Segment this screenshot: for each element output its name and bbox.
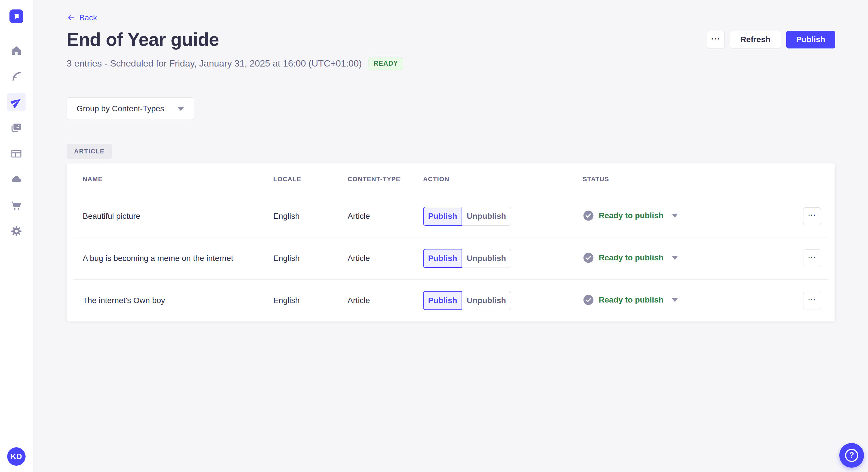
entry-locale: English [273,212,348,221]
chevron-down-icon [672,256,678,260]
entry-status-label: Ready to publish [599,211,663,220]
sidebar: KD [0,0,33,472]
sidebar-item-releases[interactable] [7,93,26,111]
publish-toggle-button[interactable]: Publish [423,249,462,268]
row-menu-button[interactable]: ⋯ [803,207,821,225]
column-header-name: NAME [73,175,273,183]
back-label: Back [79,13,97,22]
unpublish-toggle-button[interactable]: Unpublish [462,249,511,268]
table-row: A bug is becoming a meme on the internet… [73,237,828,279]
back-link[interactable]: Back [67,13,97,22]
more-icon: ⋯ [808,210,816,220]
entry-name: The internet's Own boy [73,296,273,305]
entries-table: NAME LOCALE CONTENT-TYPE ACTION STATUS B… [67,164,835,322]
entry-status-label: Ready to publish [599,253,663,262]
group-by-label: Group by Content-Types [76,104,164,113]
table-row: The internet's Own boy English Article P… [73,279,828,322]
header-row: End of Year guide ⋯ Refresh Publish [67,29,835,50]
question-icon: ? [845,449,858,462]
publish-toggle-button[interactable]: Publish [423,207,462,226]
sidebar-nav [7,41,26,240]
media-icon [11,122,22,134]
strapi-logo-icon [11,11,21,21]
check-circle-icon [583,252,594,264]
column-header-status: STATUS [583,175,797,183]
table-header-row: NAME LOCALE CONTENT-TYPE ACTION STATUS [73,164,828,195]
chevron-down-icon [672,298,678,302]
paper-plane-icon [11,96,22,108]
more-options-button[interactable]: ⋯ [707,31,725,48]
check-circle-icon [583,210,594,222]
column-header-locale: LOCALE [273,175,348,183]
entry-name: Beautiful picture [73,212,273,221]
home-icon [11,45,22,56]
entry-status[interactable]: Ready to publish [583,252,678,264]
entry-locale: English [273,296,348,305]
more-icon: ⋯ [711,33,721,44]
action-toggle: Publish Unpublish [423,249,511,268]
entry-content-type: Article [348,212,423,221]
sidebar-footer: KD [0,440,33,472]
group-by-select[interactable]: Group by Content-Types [67,98,194,120]
cart-icon [11,200,22,211]
chevron-down-icon [177,107,184,111]
row-menu-button[interactable]: ⋯ [803,249,821,267]
entry-status[interactable]: Ready to publish [583,294,678,306]
header-actions: ⋯ Refresh Publish [707,31,835,48]
sidebar-item-home[interactable] [7,41,26,60]
refresh-button[interactable]: Refresh [730,31,781,48]
chevron-down-icon [672,214,678,217]
entry-locale: English [273,254,348,263]
avatar[interactable]: KD [7,447,26,466]
more-icon: ⋯ [808,252,816,262]
strapi-logo[interactable] [9,9,23,23]
status-badge: READY [369,57,403,70]
sidebar-item-content-manager[interactable] [7,67,26,86]
sidebar-item-marketplace[interactable] [7,196,26,214]
release-summary: 3 entries - Scheduled for Friday, Januar… [67,58,362,69]
unpublish-toggle-button[interactable]: Unpublish [462,207,511,226]
sidebar-item-deploy[interactable] [7,170,26,189]
row-menu-button[interactable]: ⋯ [803,292,821,309]
entry-status[interactable]: Ready to publish [583,210,678,222]
sidebar-item-settings[interactable] [7,222,26,240]
unpublish-toggle-button[interactable]: Unpublish [462,291,511,310]
entry-content-type: Article [348,296,423,305]
arrow-left-icon [67,13,75,22]
column-header-content-type: CONTENT-TYPE [348,175,423,183]
group-badge-row: ARTICLE [67,144,835,159]
feather-icon [11,71,22,82]
cloud-icon [11,174,22,185]
sidebar-item-content-type-builder[interactable] [7,144,26,163]
help-button[interactable]: ? [839,443,864,468]
entry-status-label: Ready to publish [599,295,663,305]
action-toggle: Publish Unpublish [423,207,511,226]
subtitle-row: 3 entries - Scheduled for Friday, Januar… [67,57,835,70]
layout-icon [11,148,22,160]
more-icon: ⋯ [808,295,816,304]
sidebar-item-media-library[interactable] [7,119,26,137]
table-row: Beautiful picture English Article Publis… [73,195,828,237]
publish-toggle-button[interactable]: Publish [423,291,462,310]
publish-release-button[interactable]: Publish [786,31,835,48]
entry-name: A bug is becoming a meme on the internet [73,254,273,263]
check-circle-icon [583,294,594,306]
action-toggle: Publish Unpublish [423,291,511,310]
column-header-action: ACTION [423,175,583,183]
main-content: Back End of Year guide ⋯ Refresh Publish… [33,0,868,322]
gear-icon [11,225,22,237]
entry-content-type: Article [348,254,423,263]
page-title: End of Year guide [67,29,219,50]
content-type-group-badge: ARTICLE [67,144,112,159]
